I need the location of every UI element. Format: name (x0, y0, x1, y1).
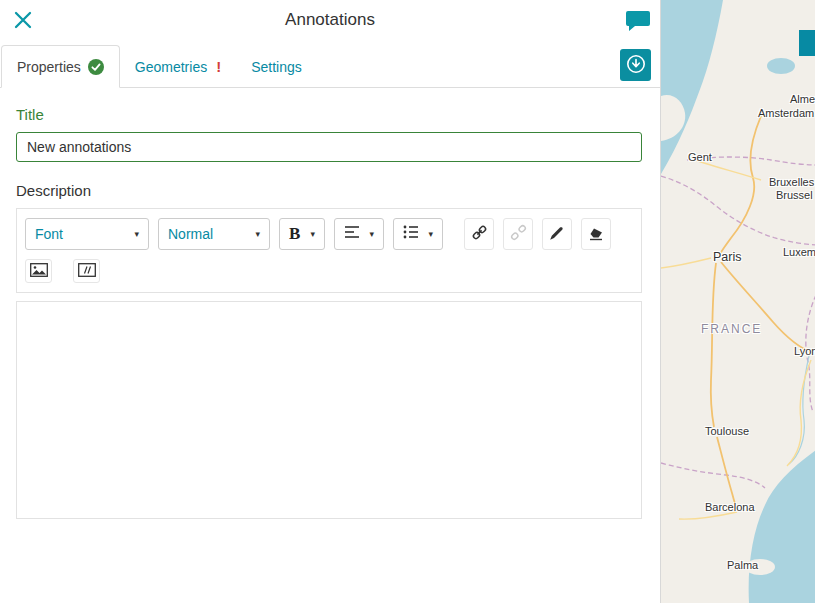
font-dropdown-value: Font (35, 226, 63, 242)
map[interactable]: AlmereAmsterdamGentBruxellesBrusselLuxem… (660, 0, 815, 603)
circle-arrow-down-icon (625, 53, 647, 78)
title-input[interactable] (16, 132, 642, 162)
chain-unlink-icon (510, 224, 527, 244)
tab-geometries-label: Geometries (135, 59, 207, 75)
eraser-button[interactable] (581, 218, 611, 250)
sidebar-toggle-button[interactable] (799, 30, 815, 56)
image-button[interactable] (25, 259, 52, 283)
tab-settings[interactable]: Settings (236, 45, 317, 88)
embed-icon (78, 263, 96, 280)
bold-icon: B (289, 224, 300, 244)
annotations-app: Annotations Properties (0, 0, 815, 603)
comment-button[interactable] (624, 10, 652, 34)
font-dropdown[interactable]: Font ▾ (25, 218, 149, 250)
link-button[interactable] (464, 218, 494, 250)
panel-title: Annotations (0, 10, 660, 30)
caret-down-icon: ▾ (310, 229, 315, 239)
block-style-dropdown-value: Normal (168, 226, 213, 242)
bullet-list-icon (403, 225, 419, 243)
editor-toolbar: Font ▾ Normal ▾ B ▾ (16, 208, 642, 293)
picture-icon (30, 263, 48, 280)
align-dropdown[interactable]: ▾ (334, 218, 384, 250)
caret-down-icon: ▾ (369, 229, 374, 239)
tab-bar: Properties Geometries ! Settings (0, 45, 660, 88)
color-picker-button[interactable] (542, 218, 572, 250)
description-label: Description (16, 182, 642, 199)
caret-down-icon: ▾ (428, 229, 433, 239)
tab-properties-label: Properties (17, 59, 81, 75)
block-style-dropdown[interactable]: Normal ▾ (158, 218, 270, 250)
exclamation-icon: ! (216, 58, 221, 75)
eraser-icon (588, 225, 604, 244)
map-island (745, 559, 775, 575)
bold-dropdown[interactable]: B ▾ (279, 218, 325, 250)
unlink-button (503, 218, 533, 250)
panel-header: Annotations (0, 0, 660, 45)
check-circle-icon (88, 59, 104, 75)
description-editor[interactable] (16, 301, 642, 519)
align-lines-icon (344, 225, 360, 243)
embed-button[interactable] (73, 259, 100, 283)
map-canvas (661, 0, 815, 603)
map-lake (767, 58, 795, 74)
caret-down-icon: ▾ (134, 229, 139, 239)
speech-bubble-icon (625, 20, 651, 35)
title-label: Title (16, 106, 642, 123)
caret-down-icon: ▾ (255, 229, 260, 239)
pen-icon (549, 225, 565, 244)
editor-toolbar-row-2 (25, 259, 633, 283)
properties-form: Title Description Font ▾ Normal ▾ B ▾ (0, 88, 660, 519)
list-dropdown[interactable]: ▾ (393, 218, 443, 250)
annotations-panel: Annotations Properties (0, 0, 660, 603)
tab-geometries[interactable]: Geometries ! (120, 45, 236, 88)
chain-link-icon (471, 224, 488, 244)
tab-properties[interactable]: Properties (1, 45, 120, 88)
editor-toolbar-row-1: Font ▾ Normal ▾ B ▾ (25, 218, 633, 250)
download-annotation-button[interactable] (620, 49, 651, 81)
tab-settings-label: Settings (251, 59, 302, 75)
